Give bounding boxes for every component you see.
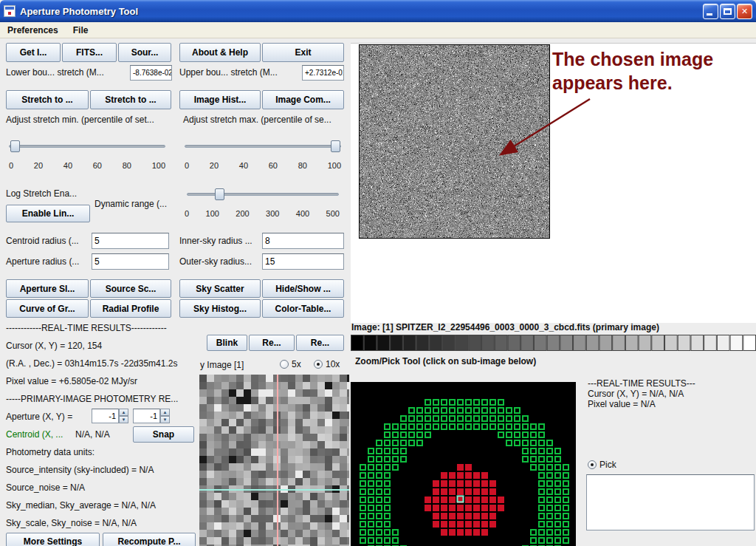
- enable-linear-button[interactable]: Enable Lin...: [6, 205, 90, 222]
- menu-file[interactable]: File: [73, 25, 89, 35]
- menu-bar: Preferences File: [0, 22, 756, 38]
- minimize-button[interactable]: [703, 4, 718, 19]
- zoom-5x-radio[interactable]: 5x: [280, 359, 301, 369]
- stretch-max-slider-thumb[interactable]: [331, 140, 340, 152]
- menu-preferences[interactable]: Preferences: [7, 25, 58, 35]
- sky-histogram-button[interactable]: Sky Histog...: [179, 299, 261, 318]
- radial-profile-button[interactable]: Radial Profile: [90, 299, 171, 318]
- stretch-min-slider-thumb[interactable]: [10, 140, 20, 152]
- stretch-max-slider[interactable]: [185, 145, 341, 148]
- lower-bound-label: Lower bou... stretch (M...: [6, 67, 104, 78]
- spinner-down-icon[interactable]: ▼: [160, 416, 170, 423]
- dynamic-range-slider[interactable]: [187, 193, 339, 196]
- tick-label: 60: [269, 161, 278, 170]
- tick-label: 400: [296, 209, 309, 218]
- spinner-down-icon[interactable]: ▼: [119, 416, 128, 423]
- tick-label: 60: [93, 161, 102, 170]
- curve-of-growth-button[interactable]: Curve of Gr...: [6, 299, 89, 318]
- zp-pixel-readout: Pixel value = N/A: [588, 399, 656, 409]
- more-settings-button[interactable]: More Settings: [6, 533, 100, 546]
- tick-label: 40: [239, 161, 248, 170]
- close-button[interactable]: ✕: [737, 4, 752, 19]
- dynamic-range-ticks: 0 100 200 300 400 500: [185, 209, 340, 218]
- fits-button[interactable]: FITS...: [62, 43, 117, 62]
- centroid-radius-label: Centroid radius (...: [6, 236, 79, 246]
- realtime-results-header: ------------REAL-TIME RESULTS-----------…: [6, 323, 167, 333]
- tick-label: 0: [185, 161, 189, 170]
- spinner-up-icon[interactable]: ▲: [119, 409, 128, 416]
- source-button[interactable]: Sour...: [118, 43, 171, 62]
- sky-scatter-button[interactable]: Sky Scatter: [179, 279, 261, 298]
- colorbar-canvas: [351, 335, 756, 351]
- pick-radio[interactable]: Pick: [588, 460, 616, 470]
- zoompick-canvas[interactable]: [351, 382, 576, 546]
- hide-show-button[interactable]: Hide/Show ...: [262, 279, 344, 298]
- log-stretch-label: Log Stretch Ena...: [6, 188, 77, 199]
- color-table-button[interactable]: Color-Table...: [262, 299, 344, 318]
- pixel-value-readout: Pixel value = +6.5805e-02 MJy/sr: [6, 376, 137, 386]
- upper-bound-input[interactable]: +2.7312e-01: [302, 65, 344, 81]
- pick-label: Pick: [599, 460, 616, 470]
- aperture-slice-button[interactable]: Aperture Sl...: [6, 279, 89, 298]
- get-image-button[interactable]: Get I...: [6, 43, 61, 62]
- redraw-button-1[interactable]: Re...: [249, 335, 295, 351]
- stretch-min-slider[interactable]: [9, 145, 165, 148]
- dynamic-range-label: Dynamic range (...: [94, 199, 167, 209]
- minimize-icon: [707, 13, 712, 16]
- zoompick-title: Zoom/Pick Tool (click on sub-image below…: [355, 356, 536, 366]
- window-title: Aperture Photometry Tool: [20, 6, 701, 17]
- tick-label: 20: [34, 161, 43, 170]
- aperture-y-spinner[interactable]: -1 ▲ ▼: [133, 409, 170, 423]
- aperture-radius-label: Aperture radius (...: [6, 256, 79, 267]
- centroid-label: Centroid (X, ...: [6, 429, 63, 440]
- tick-label: 80: [123, 161, 131, 170]
- application-window: Aperture Photometry Tool ✕ Preferences F…: [0, 0, 756, 546]
- inner-sky-radius-input[interactable]: 8: [262, 233, 344, 249]
- snap-button[interactable]: Snap: [133, 426, 194, 443]
- radec-readout: (R.A. , Dec.) = 03h14m15.7s -22d35m41.2s: [6, 358, 177, 369]
- stretch-max-ticks: 0 20 40 60 80 100: [185, 161, 341, 170]
- tick-label: 300: [266, 209, 279, 218]
- stretch-to-min-button[interactable]: Stretch to ...: [6, 90, 89, 109]
- blink-button[interactable]: Blink: [207, 335, 247, 351]
- image-computation-button[interactable]: Image Com...: [262, 90, 344, 109]
- lower-bound-input[interactable]: -8.7638e-02: [130, 65, 172, 81]
- photometry-header: -----PRIMARY-IMAGE PHOTOMETRY RE...: [6, 394, 178, 404]
- aperture-radius-input[interactable]: 5: [92, 253, 169, 270]
- adjust-stretch-max-label: Adjust stretch max. (percentile of se...: [183, 115, 331, 125]
- radio-selected-icon: [314, 360, 323, 369]
- cursor-readout: Cursor (X, Y) = 120, 154: [6, 341, 102, 351]
- aperture-y-value[interactable]: -1: [133, 409, 160, 423]
- about-help-button[interactable]: About & Help: [179, 43, 261, 62]
- source-intensity-readout: Source_intensity (sky-included) = N/A: [6, 465, 154, 475]
- stretch-min-ticks: 0 20 40 60 80 100: [9, 161, 165, 170]
- aperture-x-value[interactable]: -1: [92, 409, 119, 423]
- adjust-stretch-min-label: Adjust stretch min. (percentile of set..…: [6, 115, 154, 125]
- dynamic-range-slider-thumb[interactable]: [215, 188, 224, 200]
- sky-scale-readout: Sky_scale, Sky_noise = N/A, N/A: [6, 518, 137, 528]
- centroid-radius-input[interactable]: 5: [92, 233, 169, 249]
- display-image-label: y Image [1]: [200, 360, 244, 370]
- maximize-button[interactable]: [720, 4, 735, 19]
- source-scatter-button[interactable]: Source Sc...: [90, 279, 171, 298]
- sky-median-readout: Sky_median, Sky_average = N/A, N/A: [6, 500, 156, 511]
- stretch-to-max-button[interactable]: Stretch to ...: [90, 90, 171, 109]
- tick-label: 80: [298, 161, 307, 170]
- tick-label: 0: [185, 209, 189, 218]
- maximize-icon: [724, 8, 732, 15]
- image-histogram-button[interactable]: Image Hist...: [179, 90, 261, 109]
- zoom-image-canvas[interactable]: [199, 375, 349, 546]
- aperture-x-spinner[interactable]: -1 ▲ ▼: [92, 409, 128, 423]
- radio-selected-icon: [588, 460, 597, 469]
- outer-sky-radius-input[interactable]: 15: [262, 253, 344, 270]
- units-label: Photometry data units:: [6, 447, 94, 457]
- upper-bound-label: Upper bou... stretch (M...: [179, 67, 278, 78]
- recompute-button[interactable]: Recompute P...: [103, 533, 196, 546]
- spinner-up-icon[interactable]: ▲: [160, 409, 170, 416]
- exit-button[interactable]: Exit: [262, 43, 344, 62]
- zoom-10x-label: 10x: [326, 359, 340, 369]
- redraw-button-2[interactable]: Re...: [296, 335, 344, 351]
- pick-list[interactable]: [586, 474, 755, 530]
- close-icon: ✕: [741, 7, 748, 16]
- zoom-10x-radio[interactable]: 10x: [314, 359, 340, 369]
